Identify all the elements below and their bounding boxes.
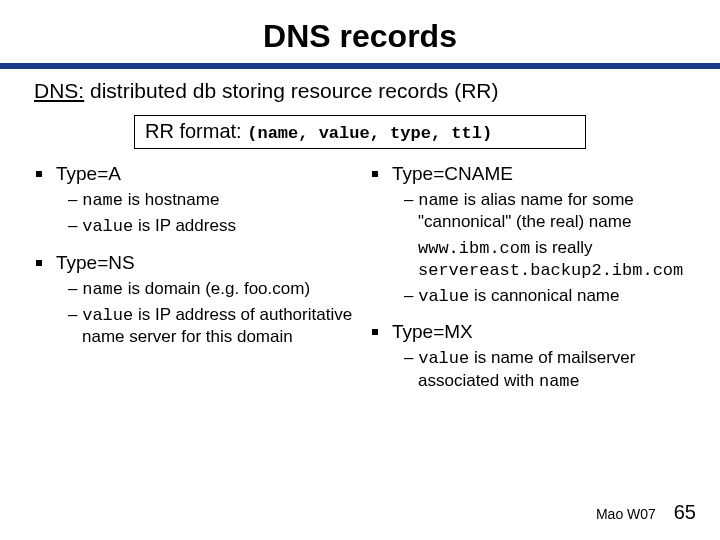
code: www.ibm.com	[418, 239, 530, 258]
slide-title: DNS records	[0, 18, 720, 55]
title-rule	[0, 63, 720, 69]
page-number: 65	[674, 501, 696, 523]
content-columns: Type=A – name is hostname – value is IP …	[0, 163, 720, 406]
type-ns-block: Type=NS – name is domain (e.g. foo.com) …	[28, 252, 364, 348]
rr-format-box: RR format: (name, value, type, ttl)	[134, 115, 586, 149]
code: name	[539, 372, 580, 391]
dash: –	[68, 216, 82, 235]
subtitle-rest: distributed db storing resource records …	[84, 79, 498, 102]
text: is domain (e.g. foo.com)	[123, 279, 310, 298]
type-cname-block: Type=CNAME – name is alias name for some…	[364, 163, 700, 307]
rr-format-tuple: (name, value, type, ttl)	[247, 124, 492, 143]
text: is really	[530, 238, 592, 257]
type-ns-line1: – name is domain (e.g. foo.com)	[68, 278, 364, 300]
type-cname-heading: Type=CNAME	[392, 163, 513, 185]
type-mx-heading-row: Type=MX	[372, 321, 700, 343]
type-cname-heading-row: Type=CNAME	[372, 163, 700, 185]
type-cname-line1: – name is alias name for some "cannonica…	[404, 189, 700, 233]
text: is IP address	[133, 216, 236, 235]
text: is hostname	[123, 190, 219, 209]
type-ns-line2: – value is IP address of authoritative n…	[68, 304, 364, 348]
subtitle-underlined: DNS:	[34, 79, 84, 102]
type-ns-heading-row: Type=NS	[36, 252, 364, 274]
type-a-line1: – name is hostname	[68, 189, 364, 211]
dash: –	[404, 286, 418, 305]
bullet-square-icon	[372, 329, 378, 335]
type-a-block: Type=A – name is hostname – value is IP …	[28, 163, 364, 238]
code: name	[82, 191, 123, 210]
left-column: Type=A – name is hostname – value is IP …	[28, 163, 364, 406]
rr-format-label: RR format:	[145, 120, 247, 142]
dash: –	[404, 190, 418, 209]
type-a-heading-row: Type=A	[36, 163, 364, 185]
code: value	[82, 217, 133, 236]
footer: Mao W07 65	[596, 501, 696, 524]
dash: –	[68, 190, 82, 209]
code: value	[418, 287, 469, 306]
text: is cannonical name	[469, 286, 619, 305]
bullet-square-icon	[36, 171, 42, 177]
dash: –	[404, 348, 418, 367]
footer-label: Mao W07	[596, 506, 656, 522]
code: name	[82, 280, 123, 299]
code: servereast.backup2.ibm.com	[418, 261, 683, 280]
code: value	[418, 349, 469, 368]
type-cname-line3: – value is cannonical name	[404, 285, 700, 307]
dash: –	[68, 305, 82, 324]
type-mx-line1: – value is name of mailserver associated…	[404, 347, 700, 392]
bullet-square-icon	[372, 171, 378, 177]
code: value	[82, 306, 133, 325]
subtitle: DNS: distributed db storing resource rec…	[34, 79, 720, 103]
type-a-heading: Type=A	[56, 163, 121, 185]
type-mx-heading: Type=MX	[392, 321, 473, 343]
dash: –	[68, 279, 82, 298]
type-ns-heading: Type=NS	[56, 252, 135, 274]
type-mx-block: Type=MX – value is name of mailserver as…	[364, 321, 700, 392]
type-a-line2: – value is IP address	[68, 215, 364, 237]
type-cname-line2: www.ibm.com is really servereast.backup2…	[418, 237, 700, 282]
bullet-square-icon	[36, 260, 42, 266]
code: name	[418, 191, 459, 210]
right-column: Type=CNAME – name is alias name for some…	[364, 163, 700, 406]
